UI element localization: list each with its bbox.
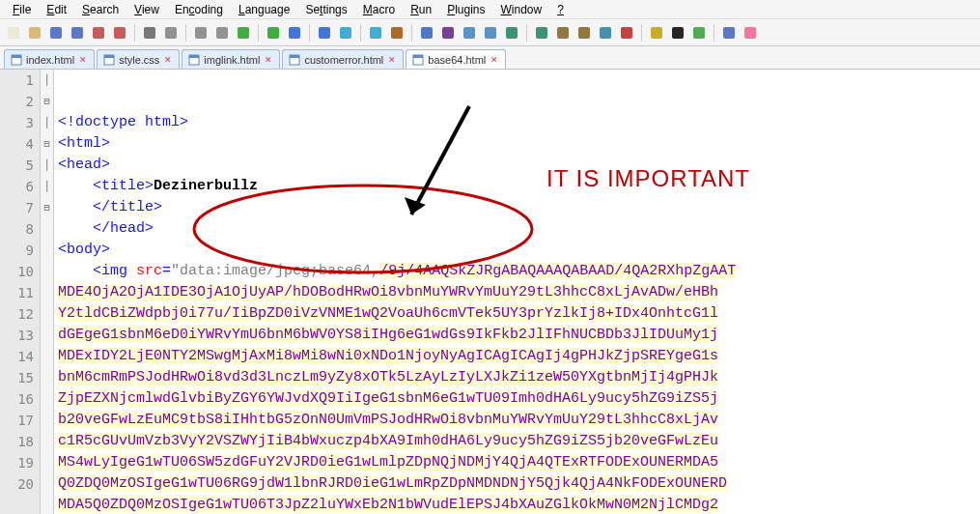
code-line[interactable]: <!doctype html> bbox=[54, 112, 980, 133]
word-wrap-icon[interactable] bbox=[417, 23, 436, 43]
tab-imglink-html[interactable]: imglink.html✕ bbox=[182, 49, 280, 69]
find-icon[interactable] bbox=[285, 23, 304, 43]
svg-rect-12 bbox=[289, 27, 300, 39]
new-doc-icon[interactable] bbox=[4, 23, 23, 43]
fold-marker[interactable]: ⊟ bbox=[41, 91, 53, 112]
menu-language[interactable]: Language bbox=[232, 2, 296, 17]
code-line[interactable]: <img src="data:image/jpeg;base64,/9j/4AA… bbox=[54, 261, 980, 282]
close-icon[interactable]: ✕ bbox=[490, 55, 499, 65]
fold-marker[interactable] bbox=[41, 303, 53, 325]
menu-encoding[interactable]: Encoding bbox=[168, 2, 230, 17]
print-icon[interactable] bbox=[140, 23, 159, 43]
fold-marker[interactable] bbox=[41, 346, 53, 367]
code-line[interactable]: <html> bbox=[54, 133, 980, 155]
fold-marker[interactable] bbox=[41, 240, 53, 261]
fold-column[interactable]: │⊟│⊟││⊟ bbox=[41, 70, 54, 514]
code-editor[interactable]: 1234567891011121314151617181920 │⊟│⊟││⊟ … bbox=[0, 70, 980, 514]
file-icon bbox=[412, 54, 424, 66]
outdent-icon[interactable] bbox=[481, 23, 500, 43]
code-line[interactable]: <title>Dezinerbullz bbox=[54, 176, 980, 197]
fold-marker[interactable] bbox=[41, 367, 53, 388]
code-line[interactable]: MS4wLyIgeG1wTU06SW5zdGFuY2VJRD0ieG1wLmlp… bbox=[54, 452, 980, 473]
code-line[interactable]: <head> bbox=[54, 155, 980, 176]
code-area[interactable]: <!doctype html><html><head> <title>Dezin… bbox=[54, 70, 980, 514]
indent-icon[interactable] bbox=[460, 23, 479, 43]
line-number: 19 bbox=[0, 452, 34, 473]
fold-marker[interactable]: │ bbox=[41, 70, 53, 91]
close-icon[interactable]: ✕ bbox=[387, 55, 397, 65]
menu-settings[interactable]: Settings bbox=[298, 2, 353, 17]
code-line[interactable]: Y2tldCBiZWdpbj0i77u/IiBpZD0iVzVNME1wQ2Vo… bbox=[54, 303, 980, 325]
menu-run[interactable]: Run bbox=[404, 2, 438, 17]
bookmark-icon[interactable] bbox=[596, 23, 615, 43]
fold-icon[interactable] bbox=[502, 23, 521, 43]
zoom-out-icon[interactable] bbox=[366, 23, 385, 43]
code-line[interactable]: MDE4OjA2OjA1IDE3OjA1OjUyAP/hDOBodHRwOi8v… bbox=[54, 282, 980, 303]
unfold-icon[interactable] bbox=[532, 23, 551, 43]
close-icon[interactable] bbox=[89, 23, 108, 43]
undo-icon[interactable] bbox=[234, 23, 253, 43]
save-all-icon[interactable] bbox=[68, 23, 87, 43]
tab-base64-html[interactable]: base64.html✕ bbox=[406, 49, 506, 69]
code-line[interactable]: Q0ZDQ0MzOSIgeG1wTU06RG9jdW1lbnRJRD0ieG1w… bbox=[54, 473, 980, 495]
replace-icon[interactable] bbox=[315, 23, 334, 43]
fold-marker[interactable] bbox=[41, 261, 53, 282]
menu-view[interactable]: View bbox=[127, 2, 166, 17]
run-icon[interactable] bbox=[689, 23, 709, 43]
cut-icon[interactable] bbox=[161, 23, 181, 43]
copy-icon[interactable] bbox=[191, 23, 210, 43]
code-line[interactable]: MDExIDY2LjE0NTY2MSwgMjAxMi8wMi8wNi0xNDo1… bbox=[54, 346, 980, 367]
stop-macro-icon[interactable] bbox=[668, 23, 687, 43]
code-line[interactable]: <body> bbox=[54, 240, 980, 261]
menu-help[interactable]: ? bbox=[550, 2, 571, 17]
play-macro-icon[interactable] bbox=[647, 23, 666, 43]
code-line[interactable]: dGEgeG1sbnM6eD0iYWRvYmU6bnM6bWV0YS8iIHg6… bbox=[54, 325, 980, 346]
fold-marker[interactable] bbox=[41, 410, 53, 431]
plugin-icon[interactable] bbox=[719, 23, 739, 43]
comment-icon[interactable] bbox=[553, 23, 573, 43]
show-all-icon[interactable] bbox=[438, 23, 458, 43]
open-icon[interactable] bbox=[25, 23, 44, 43]
code-line[interactable]: </title> bbox=[54, 197, 980, 218]
fold-marker[interactable] bbox=[41, 325, 53, 346]
fold-marker[interactable] bbox=[41, 218, 53, 240]
menu-macro[interactable]: Macro bbox=[356, 2, 402, 17]
code-line[interactable]: bnM6cmRmPSJodHRwOi8vd3d3LnczLm9yZy8xOTk5… bbox=[54, 367, 980, 388]
fold-marker[interactable]: │ bbox=[41, 155, 53, 176]
close-icon[interactable]: ✕ bbox=[264, 55, 273, 65]
code-line[interactable]: </head> bbox=[54, 218, 980, 240]
fold-marker[interactable] bbox=[41, 388, 53, 410]
menubar: File Edit Search View Encoding Language … bbox=[0, 0, 980, 19]
code-line[interactable]: MDA5Q0ZDQ0MzOSIgeG1wTU06T3JpZ2luYWxEb2N1… bbox=[54, 495, 980, 514]
menu-search[interactable]: Search bbox=[75, 2, 126, 17]
heart-icon[interactable] bbox=[741, 23, 760, 43]
close-all-icon[interactable] bbox=[110, 23, 129, 43]
fold-marker[interactable]: ⊟ bbox=[41, 133, 53, 155]
fold-marker[interactable]: │ bbox=[41, 176, 53, 197]
fold-marker[interactable] bbox=[41, 452, 53, 473]
menu-edit[interactable]: Edit bbox=[40, 2, 73, 17]
close-icon[interactable]: ✕ bbox=[78, 55, 88, 65]
uncomment-icon[interactable] bbox=[574, 23, 594, 43]
sync-icon[interactable] bbox=[387, 23, 406, 43]
fold-marker[interactable]: ⊟ bbox=[41, 197, 53, 218]
fold-marker[interactable] bbox=[41, 282, 53, 303]
menu-window[interactable]: Window bbox=[494, 2, 549, 17]
redo-icon[interactable] bbox=[264, 23, 283, 43]
code-line[interactable]: b20veGFwLzEuMC9tbS8iIHhtbG5zOnN0UmVmPSJo… bbox=[54, 410, 980, 431]
close-icon[interactable]: ✕ bbox=[163, 55, 173, 65]
fold-marker[interactable]: │ bbox=[41, 112, 53, 133]
tab-style-css[interactable]: style.css✕ bbox=[97, 49, 180, 69]
code-line[interactable]: ZjpEZXNjcmlwdGlvbiByZGY6YWJvdXQ9IiIgeG1s… bbox=[54, 388, 980, 410]
tab-index-html[interactable]: index.html✕ bbox=[4, 49, 95, 69]
menu-file[interactable]: File bbox=[6, 2, 38, 17]
paste-icon[interactable] bbox=[212, 23, 232, 43]
tab-customerror-html[interactable]: customerror.html✕ bbox=[282, 49, 404, 69]
save-icon[interactable] bbox=[46, 23, 66, 43]
fold-marker[interactable] bbox=[41, 473, 53, 495]
code-line[interactable]: c1R5cGUvUmVzb3VyY2VSZWYjIiB4bWxuczp4bXA9… bbox=[54, 431, 980, 452]
record-macro-icon[interactable] bbox=[617, 23, 636, 43]
zoom-in-icon[interactable] bbox=[336, 23, 355, 43]
menu-plugins[interactable]: Plugins bbox=[440, 2, 491, 17]
fold-marker[interactable] bbox=[41, 431, 53, 452]
